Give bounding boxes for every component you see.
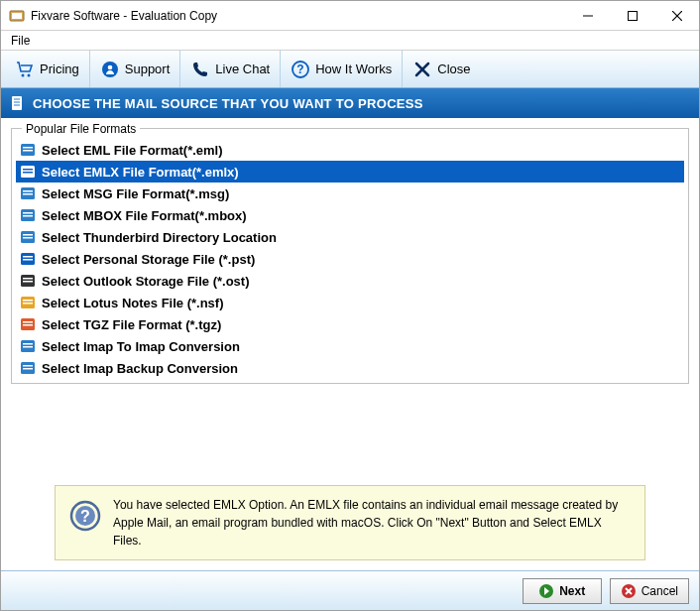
file-format-item[interactable]: Select Thunderbird Directory Location [16,226,684,248]
toolbar: Pricing Support Live Chat ? How It Works… [1,51,699,88]
svg-rect-28 [23,212,33,214]
svg-rect-22 [23,169,33,171]
svg-rect-25 [23,190,33,192]
svg-rect-32 [23,237,33,239]
file-format-icon [20,207,36,223]
minimize-button[interactable] [565,1,610,30]
file-format-label: Select Imap To Imap Conversion [42,339,240,354]
info-panel: ? You have selected EMLX Option. An EMLX… [55,485,645,560]
file-format-label: Select Thunderbird Directory Location [42,230,277,245]
section-header-text: CHOOSE THE MAIL SOURCE THAT YOU WANT TO … [33,96,423,111]
svg-rect-37 [23,278,33,280]
group-legend: Popular File Formats [22,122,140,136]
howitworks-button[interactable]: ? How It Works [281,51,403,87]
info-icon: ? [69,500,101,532]
svg-rect-14 [12,96,22,110]
svg-rect-35 [23,259,33,261]
file-format-item[interactable]: Select Personal Storage File (*.pst) [16,248,684,270]
file-format-label: Select TGZ File Format (*.tgz) [42,317,221,332]
file-format-icon [20,251,36,267]
svg-rect-49 [23,365,33,367]
content-spacer [11,384,689,479]
file-format-label: Select EMLX File Format(*.emlx) [42,165,239,180]
svg-rect-43 [23,321,33,323]
button-label: Cancel [642,584,678,598]
phone-icon [190,60,210,79]
support-button[interactable]: Support [90,51,181,87]
file-format-icon [20,229,36,245]
maximize-button[interactable] [610,1,654,30]
app-window: Fixvare Software - Evaluation Copy File … [0,0,700,611]
cart-icon [15,60,35,79]
file-formats-group: Popular File Formats Select EML File For… [11,128,689,384]
livechat-button[interactable]: Live Chat [180,51,281,87]
toolbar-label: Close [437,61,470,76]
file-format-icon [20,164,36,180]
file-format-icon [20,142,36,158]
file-format-list: Select EML File Format(*.eml)Select EMLX… [16,139,684,379]
file-format-label: Select MSG File Format(*.msg) [42,186,229,201]
svg-rect-41 [23,303,33,305]
window-title: Fixvare Software - Evaluation Copy [31,9,565,23]
file-format-icon [20,316,36,332]
next-arrow-icon [538,583,554,599]
menu-file[interactable]: File [1,32,40,50]
file-format-item[interactable]: Select EMLX File Format(*.emlx) [16,161,684,183]
file-format-icon [20,360,36,376]
svg-rect-46 [23,343,33,345]
svg-rect-31 [23,234,33,236]
file-format-label: Select EML File Format(*.eml) [42,143,223,158]
svg-rect-47 [23,346,33,348]
file-format-item[interactable]: Select MBOX File Format(*.mbox) [16,204,684,226]
file-format-item[interactable]: Select Imap To Imap Conversion [16,335,684,357]
file-format-item[interactable]: Select TGZ File Format (*.tgz) [16,313,684,335]
file-format-item[interactable]: Select MSG File Format(*.msg) [16,183,684,204]
toolbar-label: How It Works [315,61,392,76]
svg-rect-50 [23,368,33,370]
support-icon [100,60,120,79]
close-window-button[interactable] [654,1,699,30]
button-label: Next [559,584,585,598]
svg-text:?: ? [80,508,90,525]
toolbar-label: Support [125,61,171,76]
svg-rect-29 [23,215,33,217]
file-format-icon [20,338,36,354]
svg-rect-1 [12,13,22,19]
toolbar-label: Live Chat [215,61,270,76]
file-format-icon [20,273,36,289]
file-format-icon [20,185,36,201]
cancel-button[interactable]: Cancel [610,578,689,604]
svg-text:?: ? [297,62,304,76]
svg-rect-38 [23,281,33,283]
file-format-label: Select Personal Storage File (*.pst) [42,252,255,267]
close-button[interactable]: Close [403,51,480,87]
file-format-label: Select Outlook Storage File (*.ost) [42,274,249,289]
close-icon [412,60,432,79]
file-format-icon [20,295,36,310]
svg-rect-20 [23,150,33,152]
file-format-item[interactable]: Select Outlook Storage File (*.ost) [16,270,684,292]
file-format-label: Select Imap Backup Conversion [42,361,238,376]
svg-rect-3 [628,11,637,20]
pricing-button[interactable]: Pricing [5,51,90,87]
menubar: File [1,31,699,51]
svg-rect-19 [23,147,33,149]
file-format-item[interactable]: Select Imap Backup Conversion [16,357,684,379]
app-icon [9,8,25,24]
svg-point-7 [28,73,31,76]
toolbar-label: Pricing [40,61,79,76]
svg-rect-23 [23,172,33,174]
info-text: You have selected EMLX Option. An EMLX f… [113,496,631,550]
content-area: Popular File Formats Select EML File For… [1,118,699,570]
svg-point-6 [22,73,25,76]
file-format-item[interactable]: Select EML File Format(*.eml) [16,139,684,161]
svg-rect-44 [23,324,33,326]
file-format-item[interactable]: Select Lotus Notes File (*.nsf) [16,292,684,313]
next-button[interactable]: Next [523,578,602,604]
svg-rect-34 [23,256,33,258]
question-icon: ? [291,60,310,79]
window-controls [565,1,699,30]
svg-point-9 [107,64,112,69]
cancel-icon [621,583,637,599]
svg-rect-40 [23,300,33,302]
